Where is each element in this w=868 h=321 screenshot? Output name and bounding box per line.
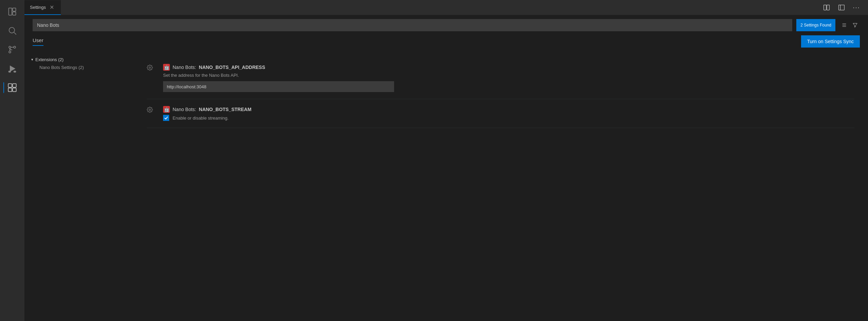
setting-desc-api: Set the address for the Nano Bots API.: [163, 73, 854, 78]
gear-icon-api[interactable]: [147, 65, 156, 92]
setting-key-api: NANO_BOTS_API_ADDRESS: [199, 65, 265, 70]
svg-rect-14: [13, 88, 16, 92]
svg-rect-11: [8, 84, 12, 87]
svg-point-23: [149, 67, 151, 69]
svg-point-7: [9, 51, 11, 53]
settings-content: ▾ Extensions (2) Nano Bots Settings (2) …: [24, 50, 868, 321]
tab-label: Settings: [30, 5, 46, 10]
search-input-container: [33, 19, 792, 31]
svg-point-24: [149, 109, 151, 111]
setting-prefix-api: Nano Bots:: [173, 65, 196, 70]
tab-close-icon[interactable]: ✕: [49, 4, 55, 11]
svg-rect-16: [827, 5, 830, 10]
setting-body-stream: 🤖 Nano Bots: NANO_BOTS_STREAM Enable or …: [163, 106, 854, 121]
settings-main: 🤖 Nano Bots: NANO_BOTS_API_ADDRESS Set t…: [133, 50, 868, 321]
settings-sidebar: ▾ Extensions (2) Nano Bots Settings (2): [24, 50, 133, 321]
svg-marker-22: [853, 23, 857, 27]
toc-nanobots-item[interactable]: Nano Bots Settings (2): [24, 64, 133, 71]
filter-icon[interactable]: [850, 20, 860, 30]
user-tab-bar: User Turn on Settings Sync: [24, 31, 868, 48]
svg-rect-10: [14, 71, 16, 72]
setting-body-api: 🤖 Nano Bots: NANO_BOTS_API_ADDRESS Set t…: [163, 64, 854, 92]
svg-line-4: [14, 32, 16, 34]
more-actions-button[interactable]: ···: [850, 1, 863, 14]
sync-button[interactable]: Turn on Settings Sync: [801, 35, 860, 48]
api-address-input[interactable]: [163, 81, 394, 92]
extensions-activity-icon[interactable]: [3, 79, 21, 96]
gear-icon-stream[interactable]: [147, 107, 156, 121]
clear-search-icon[interactable]: [839, 20, 849, 30]
svg-rect-1: [13, 8, 16, 11]
explorer-icon[interactable]: [3, 3, 21, 20]
search-bar-area: 2 Settings Found: [24, 15, 868, 31]
stream-checkbox[interactable]: [163, 115, 169, 121]
search-icons: [839, 20, 860, 30]
setting-key-stream: NANO_BOTS_STREAM: [199, 107, 251, 112]
svg-point-5: [9, 46, 11, 48]
checkbox-row-stream: Enable or disable streaming.: [163, 115, 854, 121]
svg-point-3: [9, 28, 15, 33]
setting-title-api: 🤖 Nano Bots: NANO_BOTS_API_ADDRESS: [163, 64, 854, 71]
source-control-activity-icon[interactable]: [3, 41, 21, 58]
svg-rect-12: [13, 84, 16, 87]
toc-extensions-item[interactable]: ▾ Extensions (2): [24, 56, 133, 64]
robot-icon-1: 🤖: [163, 64, 170, 71]
toc-extensions-label: Extensions (2): [35, 57, 64, 62]
setting-prefix-stream: Nano Bots:: [173, 107, 196, 112]
activity-bar: [0, 0, 24, 321]
svg-rect-15: [824, 5, 827, 10]
main-area: Settings ✕ ··· 2 Settings Found: [24, 0, 868, 321]
svg-rect-2: [13, 12, 16, 15]
svg-rect-0: [9, 8, 12, 15]
svg-rect-17: [839, 5, 845, 10]
stream-checkbox-label: Enable or disable streaming.: [173, 115, 229, 121]
svg-rect-9: [9, 71, 11, 72]
settings-tab[interactable]: Settings ✕: [24, 0, 61, 15]
svg-rect-13: [8, 88, 12, 92]
chevron-down-icon: ▾: [31, 57, 33, 62]
search-activity-icon[interactable]: [3, 22, 21, 39]
svg-point-6: [14, 46, 16, 48]
robot-icon-2: 🤖: [163, 106, 170, 113]
tab-bar: Settings ✕ ···: [24, 0, 868, 15]
search-input[interactable]: [33, 19, 792, 31]
content-wrapper: 2 Settings Found User Turn on Settings S…: [24, 15, 868, 321]
setting-item-api-address: 🤖 Nano Bots: NANO_BOTS_API_ADDRESS Set t…: [147, 57, 854, 99]
user-tab[interactable]: User: [33, 37, 43, 46]
setting-item-stream: 🤖 Nano Bots: NANO_BOTS_STREAM Enable or …: [147, 99, 854, 128]
header-right: ···: [820, 0, 868, 15]
settings-found-badge: 2 Settings Found: [796, 19, 835, 31]
setting-title-stream: 🤖 Nano Bots: NANO_BOTS_STREAM: [163, 106, 854, 113]
toggle-sidebar-button[interactable]: [835, 1, 848, 14]
run-debug-activity-icon[interactable]: [3, 60, 21, 77]
split-editor-button[interactable]: [820, 1, 833, 14]
